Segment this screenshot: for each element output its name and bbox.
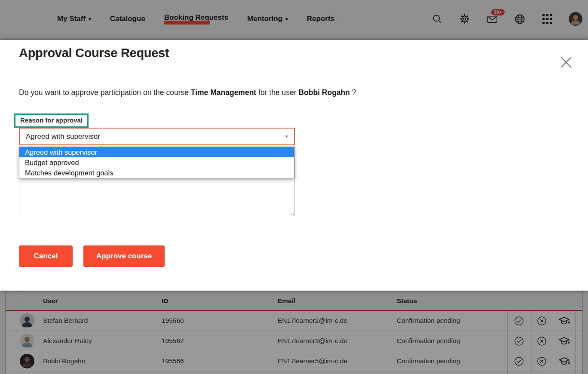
approval-course-request-modal: Approval Course Request Do you want to a… — [0, 40, 588, 291]
question-prefix: Do you want to approve participation on … — [19, 88, 191, 97]
approve-course-button[interactable]: Approve course — [83, 245, 165, 267]
question-suffix: ? — [350, 88, 356, 97]
approval-question: Do you want to approve participation on … — [19, 88, 535, 97]
reason-for-approval-label: Reason for approval — [20, 116, 83, 124]
reason-select[interactable]: Agreed with supervisor ▾ — [19, 128, 295, 145]
close-icon[interactable] — [557, 54, 575, 71]
modal-title: Approval Course Request — [19, 46, 169, 60]
cancel-button[interactable]: Cancel — [19, 245, 73, 267]
dropdown-option-matches-development-goals[interactable]: Matches development goals — [19, 168, 294, 178]
dropdown-option-budget-approved[interactable]: Budget approved — [19, 157, 294, 168]
modal-buttons: Cancel Approve course — [19, 245, 165, 267]
user-name: Bobbi Rogahn — [298, 88, 350, 97]
dropdown-option-agreed-with-supervisor[interactable]: Agreed with supervisor — [19, 147, 294, 157]
select-caret-icon: ▾ — [285, 133, 288, 140]
question-middle: for the user — [256, 88, 298, 97]
reason-label-annotation: Reason for approval — [14, 113, 89, 128]
course-name: Time Management — [191, 88, 256, 97]
reason-select-value: Agreed with supervisor — [26, 132, 100, 141]
reason-dropdown-list: Agreed with supervisor Budget approved M… — [19, 147, 294, 178]
